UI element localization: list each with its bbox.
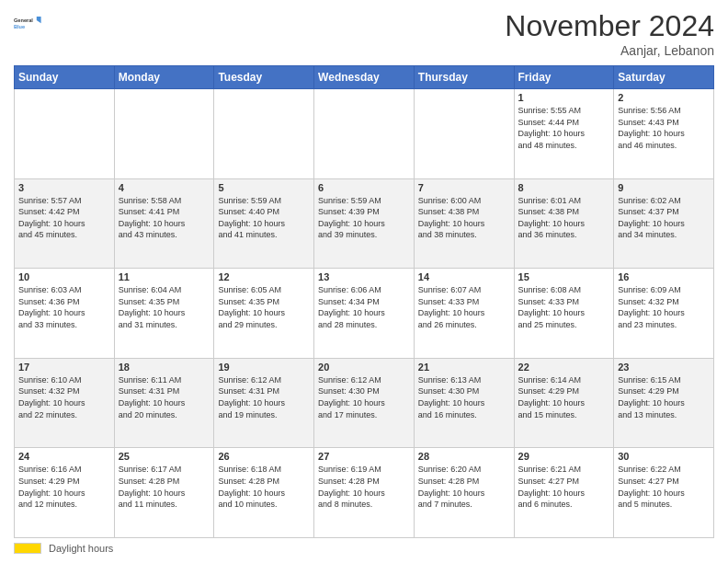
day-number: 28 [418,451,510,462]
daylight-bar-icon [14,543,41,554]
day-info: Sunrise: 6:00 AM Sunset: 4:38 PM Dayligh… [418,195,510,241]
day-info: Sunrise: 6:20 AM Sunset: 4:28 PM Dayligh… [418,464,510,510]
calendar-week-row: 24Sunrise: 6:16 AM Sunset: 4:29 PM Dayli… [15,448,714,538]
day-info: Sunrise: 6:06 AM Sunset: 4:34 PM Dayligh… [318,284,410,330]
day-number: 25 [119,451,210,462]
table-row: 26Sunrise: 6:18 AM Sunset: 4:28 PM Dayli… [214,448,314,538]
day-info: Sunrise: 6:10 AM Sunset: 4:32 PM Dayligh… [18,374,110,420]
day-info: Sunrise: 6:17 AM Sunset: 4:28 PM Dayligh… [119,464,210,510]
day-info: Sunrise: 6:11 AM Sunset: 4:31 PM Dayligh… [119,374,210,420]
day-info: Sunrise: 6:15 AM Sunset: 4:29 PM Dayligh… [618,374,710,420]
table-row: 8Sunrise: 6:01 AM Sunset: 4:38 PM Daylig… [514,178,614,269]
day-info: Sunrise: 6:19 AM Sunset: 4:28 PM Dayligh… [318,464,410,510]
table-row: 18Sunrise: 6:11 AM Sunset: 4:31 PM Dayli… [114,358,214,448]
day-info: Sunrise: 6:03 AM Sunset: 4:36 PM Dayligh… [18,284,110,330]
day-info: Sunrise: 6:16 AM Sunset: 4:29 PM Dayligh… [18,464,110,510]
logo: GeneralBlue [14,9,43,39]
day-info: Sunrise: 6:18 AM Sunset: 4:28 PM Dayligh… [218,464,310,510]
table-row [314,89,415,179]
table-row: 6Sunrise: 5:59 AM Sunset: 4:39 PM Daylig… [314,178,415,269]
table-row: 20Sunrise: 6:12 AM Sunset: 4:30 PM Dayli… [314,358,415,448]
table-row: 17Sunrise: 6:10 AM Sunset: 4:32 PM Dayli… [15,358,115,448]
weekday-header-row: Sunday Monday Tuesday Wednesday Thursday… [15,66,714,89]
day-number: 1 [518,92,610,103]
table-row: 19Sunrise: 6:12 AM Sunset: 4:31 PM Dayli… [214,358,314,448]
table-row: 11Sunrise: 6:04 AM Sunset: 4:35 PM Dayli… [114,269,214,359]
calendar-week-row: 3Sunrise: 5:57 AM Sunset: 4:42 PM Daylig… [15,178,714,269]
day-info: Sunrise: 5:59 AM Sunset: 4:39 PM Dayligh… [318,195,410,241]
table-row [214,89,314,179]
day-info: Sunrise: 6:13 AM Sunset: 4:30 PM Dayligh… [418,374,510,420]
day-number: 17 [18,362,110,373]
calendar-table: Sunday Monday Tuesday Wednesday Thursday… [14,65,714,538]
day-info: Sunrise: 6:12 AM Sunset: 4:30 PM Dayligh… [318,374,410,420]
day-number: 26 [218,451,310,462]
calendar-week-row: 10Sunrise: 6:03 AM Sunset: 4:36 PM Dayli… [15,269,714,359]
table-row: 23Sunrise: 6:15 AM Sunset: 4:29 PM Dayli… [614,358,714,448]
table-row [15,89,115,179]
table-row: 22Sunrise: 6:14 AM Sunset: 4:29 PM Dayli… [514,358,614,448]
table-row: 15Sunrise: 6:08 AM Sunset: 4:33 PM Dayli… [514,269,614,359]
day-number: 30 [618,451,710,462]
header-wednesday: Wednesday [314,66,415,89]
day-info: Sunrise: 6:07 AM Sunset: 4:33 PM Dayligh… [418,284,510,330]
calendar-week-row: 1Sunrise: 5:55 AM Sunset: 4:44 PM Daylig… [15,89,714,179]
day-info: Sunrise: 5:56 AM Sunset: 4:43 PM Dayligh… [618,105,710,151]
day-number: 23 [618,362,710,373]
day-number: 20 [318,362,410,373]
table-row: 4Sunrise: 5:58 AM Sunset: 4:41 PM Daylig… [114,178,214,269]
logo-icon: GeneralBlue [14,9,43,39]
day-number: 7 [418,182,510,193]
day-number: 2 [618,92,710,103]
day-number: 21 [418,362,510,373]
page: GeneralBlue November 2024 Aanjar, Lebano… [0,0,728,563]
day-info: Sunrise: 5:58 AM Sunset: 4:41 PM Dayligh… [119,195,210,241]
calendar-week-row: 17Sunrise: 6:10 AM Sunset: 4:32 PM Dayli… [15,358,714,448]
day-number: 13 [318,271,410,282]
table-row [414,89,514,179]
day-number: 3 [18,182,110,193]
table-row: 7Sunrise: 6:00 AM Sunset: 4:38 PM Daylig… [414,178,514,269]
table-row: 9Sunrise: 6:02 AM Sunset: 4:37 PM Daylig… [614,178,714,269]
footer: Daylight hours [14,543,714,554]
svg-text:Blue: Blue [14,24,25,29]
day-info: Sunrise: 6:01 AM Sunset: 4:38 PM Dayligh… [518,195,610,241]
day-number: 4 [119,182,210,193]
day-number: 24 [18,451,110,462]
month-title: November 2024 [505,9,714,43]
day-info: Sunrise: 6:02 AM Sunset: 4:37 PM Dayligh… [618,195,710,241]
svg-text:General: General [14,17,33,23]
day-number: 16 [618,271,710,282]
table-row: 24Sunrise: 6:16 AM Sunset: 4:29 PM Dayli… [15,448,115,538]
header-thursday: Thursday [414,66,514,89]
table-row: 30Sunrise: 6:22 AM Sunset: 4:27 PM Dayli… [614,448,714,538]
day-number: 29 [518,451,610,462]
day-info: Sunrise: 5:59 AM Sunset: 4:40 PM Dayligh… [218,195,310,241]
day-number: 10 [18,271,110,282]
day-info: Sunrise: 6:08 AM Sunset: 4:33 PM Dayligh… [518,284,610,330]
table-row: 12Sunrise: 6:05 AM Sunset: 4:35 PM Dayli… [214,269,314,359]
day-number: 6 [318,182,410,193]
day-number: 22 [518,362,610,373]
table-row: 27Sunrise: 6:19 AM Sunset: 4:28 PM Dayli… [314,448,415,538]
header-tuesday: Tuesday [214,66,314,89]
table-row: 14Sunrise: 6:07 AM Sunset: 4:33 PM Dayli… [414,269,514,359]
location: Aanjar, Lebanon [505,43,714,58]
day-number: 5 [218,182,310,193]
table-row: 29Sunrise: 6:21 AM Sunset: 4:27 PM Dayli… [514,448,614,538]
day-number: 12 [218,271,310,282]
day-info: Sunrise: 6:12 AM Sunset: 4:31 PM Dayligh… [218,374,310,420]
day-number: 11 [119,271,210,282]
day-number: 8 [518,182,610,193]
table-row: 28Sunrise: 6:20 AM Sunset: 4:28 PM Dayli… [414,448,514,538]
day-number: 18 [119,362,210,373]
header: GeneralBlue November 2024 Aanjar, Lebano… [14,9,714,58]
table-row: 1Sunrise: 5:55 AM Sunset: 4:44 PM Daylig… [514,89,614,179]
svg-marker-2 [37,17,41,23]
day-number: 14 [418,271,510,282]
table-row: 13Sunrise: 6:06 AM Sunset: 4:34 PM Dayli… [314,269,415,359]
day-info: Sunrise: 6:09 AM Sunset: 4:32 PM Dayligh… [618,284,710,330]
table-row: 10Sunrise: 6:03 AM Sunset: 4:36 PM Dayli… [15,269,115,359]
table-row: 3Sunrise: 5:57 AM Sunset: 4:42 PM Daylig… [15,178,115,269]
day-info: Sunrise: 5:57 AM Sunset: 4:42 PM Dayligh… [18,195,110,241]
